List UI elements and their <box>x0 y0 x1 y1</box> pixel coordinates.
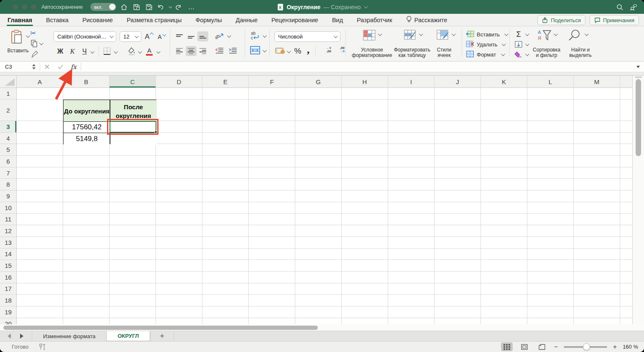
align-top-button[interactable] <box>174 31 185 41</box>
percent-style-button[interactable]: % <box>293 46 303 56</box>
merge-center-icon[interactable] <box>250 46 260 54</box>
increase-font-size-button[interactable]: A <box>144 31 154 42</box>
formula-input[interactable] <box>86 62 629 72</box>
insert-cells-icon[interactable] <box>466 31 474 37</box>
row-header-13[interactable]: 13 <box>0 237 17 249</box>
font-color-icon[interactable]: А <box>145 46 153 57</box>
column-header-J[interactable]: J <box>434 76 481 88</box>
name-box-stepper[interactable] <box>32 64 36 69</box>
row-header-1[interactable]: 1 <box>0 88 17 100</box>
table-header-c2[interactable]: После округления <box>110 100 157 121</box>
grid-row-10[interactable] <box>17 202 632 214</box>
cut-icon[interactable]: ✂ <box>30 29 36 38</box>
tab-формулы[interactable]: Формулы <box>194 14 222 26</box>
table-header-b2[interactable]: До округления <box>64 100 110 121</box>
tab-разработчик[interactable]: Разработчик <box>356 14 393 26</box>
decrease-decimal-button[interactable]: ,00→0 <box>334 46 345 53</box>
format-as-table-chevron-icon[interactable] <box>419 32 423 36</box>
format-as-table-icon[interactable] <box>404 30 417 41</box>
sort-filter-label[interactable]: Сортировкаи фильтр <box>528 47 565 58</box>
align-right-button[interactable] <box>197 46 208 56</box>
cell-b3[interactable]: 17560,42 <box>64 121 110 133</box>
tab-данные[interactable]: Данные <box>235 14 258 26</box>
fill-chevron-icon[interactable] <box>525 42 529 46</box>
wrap-text-dropdown-chevron-icon[interactable] <box>263 33 267 38</box>
accounting-dropdown-chevron-icon[interactable] <box>287 49 291 53</box>
grid-row-18[interactable] <box>17 295 632 306</box>
row-header-12[interactable]: 12 <box>0 225 17 237</box>
row-header-10[interactable]: 10 <box>0 202 17 214</box>
name-box[interactable]: C3 <box>0 62 40 72</box>
zoom-slider-thumb[interactable] <box>583 343 590 350</box>
insert-cells-label[interactable]: Вставить <box>477 32 506 37</box>
copy-icon[interactable] <box>31 40 38 47</box>
decrease-font-size-button[interactable]: A <box>156 31 166 42</box>
column-header-L[interactable]: L <box>527 76 574 88</box>
row-header-20[interactable]: 20 <box>0 318 17 324</box>
find-select-icon[interactable] <box>568 29 581 42</box>
borders-icon[interactable] <box>103 47 111 55</box>
copy-dropdown-chevron-icon[interactable] <box>39 41 43 45</box>
undo-dropdown-chevron-icon[interactable] <box>166 3 174 11</box>
grid-row-5[interactable] <box>17 144 632 156</box>
zoom-out-button[interactable]: − <box>554 343 557 351</box>
sort-filter-icon[interactable]: АЯ <box>537 29 552 42</box>
tab-главная[interactable]: Главная <box>7 14 33 26</box>
search-icon[interactable] <box>616 3 624 11</box>
tab-вид[interactable]: Вид <box>331 14 344 26</box>
grid-row-19[interactable] <box>17 306 632 318</box>
column-header-G[interactable]: G <box>295 76 342 88</box>
close-window-button[interactable] <box>13 4 18 10</box>
row-header-7[interactable]: 7 <box>0 167 17 179</box>
undo-icon[interactable] <box>156 3 165 11</box>
save-as-icon[interactable] <box>145 3 153 11</box>
enter-icon[interactable] <box>57 62 64 72</box>
next-sheet-icon[interactable] <box>20 334 23 339</box>
row-header-16[interactable]: 16 <box>0 272 17 283</box>
font-size-select[interactable]: 12 <box>120 31 141 42</box>
align-center-button[interactable] <box>186 46 197 56</box>
horizontal-scrollbar-thumb[interactable] <box>3 326 318 330</box>
row-header-2[interactable]: 2 <box>0 100 17 121</box>
cell-styles-chevron-icon[interactable] <box>452 32 456 36</box>
row-header-3[interactable]: 3 <box>0 121 17 133</box>
sheet-tab-изменение-формата[interactable]: Изменение формата <box>32 331 106 341</box>
tab-расскажите[interactable]: Расскажите <box>405 14 448 26</box>
grid-row-11[interactable] <box>17 214 632 226</box>
delete-cells-icon[interactable] <box>466 41 474 47</box>
italic-button[interactable]: К <box>67 46 77 57</box>
vertical-scrollbar[interactable] <box>632 76 644 324</box>
tab-вставка[interactable]: Вставка <box>45 14 69 26</box>
zoom-window-button[interactable] <box>31 4 36 10</box>
home-icon[interactable] <box>120 3 128 11</box>
save-icon[interactable] <box>132 3 141 11</box>
horizontal-scrollbar[interactable] <box>0 324 644 331</box>
sheet-tab-округл[interactable]: ОКРУГЛ <box>106 331 150 341</box>
page-layout-view-button[interactable] <box>519 342 530 351</box>
row-header-11[interactable]: 11 <box>0 214 17 226</box>
row-header-4[interactable]: 4 <box>0 133 17 144</box>
grid-row-1[interactable] <box>17 88 632 100</box>
sort-filter-chevron-icon[interactable] <box>554 32 558 36</box>
zoom-in-button[interactable]: + <box>613 343 617 351</box>
add-sheet-button[interactable]: + <box>150 331 174 341</box>
select-all-corner[interactable] <box>0 76 17 88</box>
grid-row-16[interactable] <box>17 272 632 283</box>
orientation-dropdown-chevron-icon[interactable] <box>227 33 231 38</box>
paste-dropdown-chevron-icon[interactable] <box>26 33 30 38</box>
column-header-M[interactable]: M <box>574 76 620 88</box>
previous-sheet-icon[interactable] <box>8 334 11 339</box>
share-button[interactable]: Поделиться <box>537 15 585 25</box>
increase-decimal-button[interactable]: ←0,00 <box>320 46 331 53</box>
cancel-icon[interactable] <box>44 62 50 72</box>
normal-view-button[interactable] <box>501 342 513 351</box>
row-header-19[interactable]: 19 <box>0 306 17 318</box>
grid-row-14[interactable] <box>17 249 632 260</box>
row-header-14[interactable]: 14 <box>0 249 17 260</box>
insert-function-icon[interactable]: fx <box>71 62 77 72</box>
vertical-scrollbar-thumb[interactable] <box>636 79 641 156</box>
row-header-9[interactable]: 9 <box>0 190 17 202</box>
column-header-A[interactable]: A <box>17 76 63 88</box>
tab-рисование[interactable]: Рисование <box>82 14 114 26</box>
delete-cells-label[interactable]: Удалить <box>477 42 506 47</box>
